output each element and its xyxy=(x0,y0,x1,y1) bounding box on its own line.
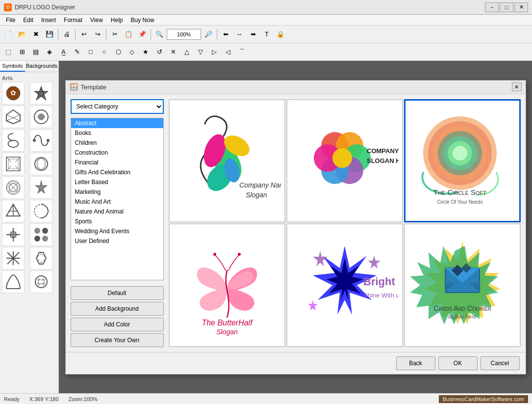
tool-12[interactable]: ↺ xyxy=(153,46,166,58)
align-left-button[interactable]: ⬅ xyxy=(219,28,232,41)
select-category-dropdown[interactable]: Select Category xyxy=(71,99,164,114)
add-color-button[interactable]: Add Color xyxy=(71,318,164,331)
symbol-item[interactable] xyxy=(2,223,25,246)
undo-button[interactable]: ↩ xyxy=(77,28,90,41)
tool-1[interactable]: ⬚ xyxy=(2,46,15,58)
menu-buynow[interactable]: Buy Now xyxy=(127,16,158,25)
category-item-music[interactable]: Music And Art xyxy=(71,197,163,207)
tool-5[interactable]: A̲ xyxy=(57,46,70,58)
symbol-item[interactable] xyxy=(30,176,52,199)
category-item-gifts[interactable]: Gifts And Celebration xyxy=(71,167,163,177)
tool-13[interactable]: ✕ xyxy=(167,46,179,58)
tool-14[interactable]: △ xyxy=(180,46,193,58)
tool-17[interactable]: ◁ xyxy=(222,46,234,58)
symbol-item[interactable] xyxy=(2,247,25,269)
menu-format[interactable]: Format xyxy=(60,16,86,25)
new-button[interactable]: 📄 xyxy=(2,28,15,41)
close-doc-button[interactable]: ✖ xyxy=(29,28,42,41)
tool-6[interactable]: ✎ xyxy=(71,46,83,58)
tab-symbols[interactable]: Symbols xyxy=(0,61,25,72)
zoom-in-button[interactable]: 🔎 xyxy=(202,28,215,41)
back-button[interactable]: Back xyxy=(396,356,435,370)
symbol-item[interactable] xyxy=(30,82,52,105)
symbol-item[interactable]: ✿ xyxy=(2,82,25,105)
symbol-item[interactable] xyxy=(2,270,25,293)
cancel-button[interactable]: Cancel xyxy=(481,356,520,370)
tool-16[interactable]: ▷ xyxy=(208,46,221,58)
add-background-button[interactable]: Add Background xyxy=(71,302,164,316)
tool-15[interactable]: ▽ xyxy=(194,46,207,58)
template-cell-2[interactable]: COMPANY NAME SLOGAN HERE xyxy=(286,99,403,223)
paste-button[interactable]: 📌 xyxy=(136,28,149,41)
svg-marker-61 xyxy=(368,256,380,269)
symbol-item[interactable] xyxy=(30,247,52,269)
default-button[interactable]: Default xyxy=(71,286,164,300)
menu-edit[interactable]: Edit xyxy=(19,16,37,25)
text-button[interactable]: T xyxy=(260,28,273,41)
tool-4[interactable]: ◈ xyxy=(43,46,56,58)
tool-10[interactable]: ◇ xyxy=(126,46,138,58)
template-cell-3[interactable]: The Circle Soft Circle Of Your Needs xyxy=(404,99,521,223)
zoom-out-button[interactable]: 🔍 xyxy=(153,28,166,41)
symbol-item[interactable] xyxy=(2,129,25,152)
tool-2[interactable]: ⊞ xyxy=(16,46,28,58)
symbol-item[interactable] xyxy=(30,223,52,246)
tool-8[interactable]: ○ xyxy=(98,46,111,58)
template-cell-6[interactable]: Cards And Courier tagline here xyxy=(404,223,521,347)
left-panel: Symbols Backgrounds Arts ✿ xyxy=(0,61,59,393)
symbol-item[interactable] xyxy=(2,106,25,128)
align-right-button[interactable]: ➡ xyxy=(247,28,259,41)
category-item-construction[interactable]: Construction xyxy=(71,148,163,158)
dialog-close-button[interactable]: ✕ xyxy=(512,82,522,91)
tool-11[interactable]: ★ xyxy=(139,46,152,58)
lock-button[interactable]: 🔒 xyxy=(274,28,287,41)
category-item-sports[interactable]: Sports xyxy=(71,216,163,226)
redo-button[interactable]: ↪ xyxy=(91,28,104,41)
category-item-children[interactable]: Children xyxy=(71,138,163,148)
svg-point-23 xyxy=(42,228,48,234)
symbol-item[interactable] xyxy=(30,129,52,152)
create-own-button[interactable]: Create Your Own xyxy=(71,333,164,347)
tool-7[interactable]: □ xyxy=(84,46,97,58)
brand-link[interactable]: BusinessCardMakerSoftware.com xyxy=(439,395,528,403)
zoom-input[interactable] xyxy=(167,29,201,40)
category-item-books[interactable]: Books xyxy=(71,128,163,138)
menu-file[interactable]: File xyxy=(2,16,19,25)
minimize-button[interactable]: − xyxy=(485,2,499,12)
category-item-abstract[interactable]: Abstract xyxy=(71,118,163,128)
category-item-marketing[interactable]: Marketing xyxy=(71,187,163,197)
symbol-item[interactable] xyxy=(30,200,52,222)
category-item-wedding[interactable]: Wedding And Events xyxy=(71,226,163,236)
print-button[interactable]: 🖨 xyxy=(60,28,73,41)
menu-insert[interactable]: Insert xyxy=(37,16,60,25)
category-item-user[interactable]: User Defined xyxy=(71,236,163,246)
menu-view[interactable]: View xyxy=(86,16,107,25)
menu-help[interactable]: Help xyxy=(107,16,127,25)
category-item-financial[interactable]: Financial xyxy=(71,158,163,167)
symbol-item[interactable] xyxy=(30,153,52,175)
template-cell-1[interactable]: Company Name Slogan xyxy=(169,99,285,223)
symbol-item[interactable] xyxy=(30,270,52,293)
tab-backgrounds[interactable]: Backgrounds xyxy=(25,61,58,72)
template-cell-4[interactable]: The ButterHalf Slogan xyxy=(169,223,285,347)
category-item-letter[interactable]: Letter Based xyxy=(71,177,163,187)
tool-3[interactable]: ▤ xyxy=(29,46,42,58)
svg-point-6 xyxy=(33,139,36,142)
cut-button[interactable]: ✂ xyxy=(108,28,121,41)
save-button[interactable]: 💾 xyxy=(43,28,56,41)
canvas-area[interactable]: 🪟 Template ✕ Select Category xyxy=(59,61,532,393)
tool-18[interactable]: ⌒ xyxy=(235,46,248,58)
symbol-item[interactable] xyxy=(2,200,25,222)
close-button[interactable]: ✕ xyxy=(514,2,528,12)
open-button[interactable]: 📂 xyxy=(16,28,28,41)
symbol-item[interactable] xyxy=(2,153,25,175)
symbol-item[interactable] xyxy=(30,106,52,128)
tool-9[interactable]: ⬡ xyxy=(112,46,125,58)
category-item-nature[interactable]: Nature And Animal xyxy=(71,207,163,216)
copy-button[interactable]: 📋 xyxy=(122,28,135,41)
ok-button[interactable]: OK xyxy=(438,356,478,370)
symbol-item[interactable] xyxy=(2,176,25,199)
align-center-button[interactable]: ↔ xyxy=(233,28,246,41)
maximize-button[interactable]: □ xyxy=(500,2,513,12)
template-cell-5[interactable]: Bright Shine With us xyxy=(286,223,403,347)
